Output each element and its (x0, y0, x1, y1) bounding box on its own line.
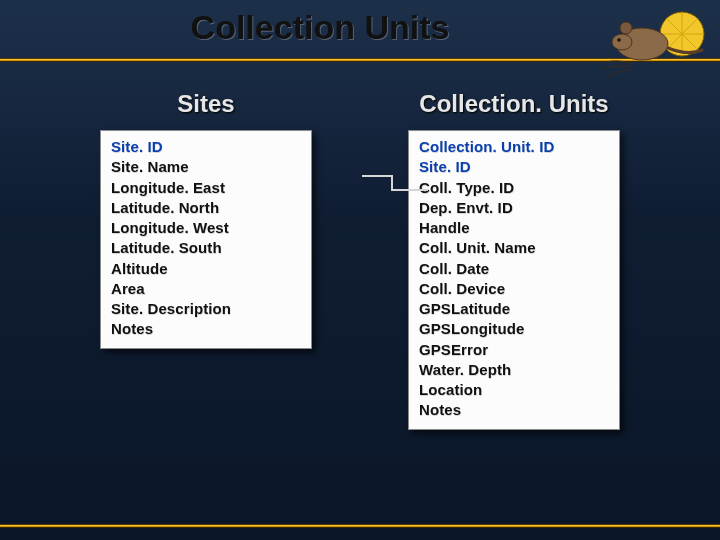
collection-units-field: Collection. Unit. ID (419, 137, 609, 157)
sites-field: Longitude. West (111, 218, 301, 238)
sites-field: Longitude. East (111, 178, 301, 198)
page-title: Collection Units (191, 8, 450, 47)
collection-units-field: Water. Depth (419, 360, 609, 380)
entity-collection-units-box: Collection. Unit. IDSite. IDColl. Type. … (408, 130, 620, 430)
collection-units-field: Location (419, 380, 609, 400)
collection-units-field: GPSError (419, 340, 609, 360)
sites-field: Notes (111, 319, 301, 339)
collection-units-field: GPSLatitude (419, 299, 609, 319)
collection-units-field: Dep. Envt. ID (419, 198, 609, 218)
sites-field: Site. Description (111, 299, 301, 319)
collection-units-field: Coll. Type. ID (419, 178, 609, 198)
entity-sites-heading: Sites (100, 90, 312, 118)
entity-sites-box: Site. IDSite. NameLongitude. EastLatitud… (100, 130, 312, 349)
svg-point-6 (612, 34, 632, 50)
sites-field: Site. ID (111, 137, 301, 157)
svg-point-8 (617, 38, 621, 42)
sites-field: Site. Name (111, 157, 301, 177)
sites-field: Latitude. North (111, 198, 301, 218)
mouse-and-pollen-icon (598, 4, 710, 84)
sites-field: Area (111, 279, 301, 299)
entity-collection-units-heading: Collection. Units (408, 90, 620, 118)
sites-field: Latitude. South (111, 238, 301, 258)
collection-units-field: Notes (419, 400, 609, 420)
collection-units-field: Coll. Device (419, 279, 609, 299)
divider-bottom (0, 524, 720, 528)
slide-logo (598, 4, 710, 84)
collection-units-field: GPSLongitude (419, 319, 609, 339)
collection-units-field: Site. ID (419, 157, 609, 177)
erd-columns: Sites Site. IDSite. NameLongitude. EastL… (0, 90, 720, 430)
svg-point-7 (620, 22, 632, 34)
sites-field: Altitude (111, 259, 301, 279)
collection-units-field: Handle (419, 218, 609, 238)
collection-units-field: Coll. Date (419, 259, 609, 279)
entity-sites: Sites Site. IDSite. NameLongitude. EastL… (100, 90, 312, 430)
entity-collection-units: Collection. Units Collection. Unit. IDSi… (408, 90, 620, 430)
collection-units-field: Coll. Unit. Name (419, 238, 609, 258)
